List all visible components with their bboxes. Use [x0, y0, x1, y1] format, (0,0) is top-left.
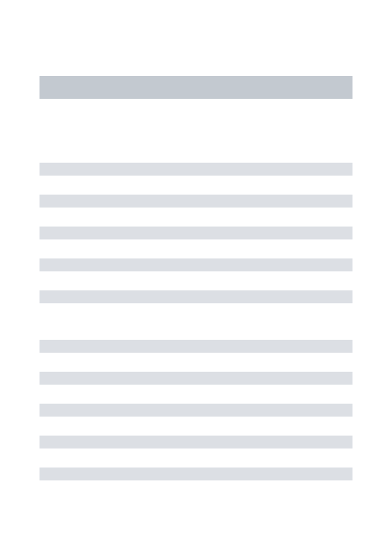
paragraph-placeholder: [40, 163, 352, 303]
text-line-placeholder: [40, 195, 352, 208]
text-line-placeholder: [40, 340, 352, 353]
text-line-placeholder: [40, 163, 352, 176]
text-line-placeholder: [40, 436, 352, 448]
title-placeholder: [40, 76, 352, 99]
text-line-placeholder: [40, 468, 352, 480]
text-line-placeholder: [40, 258, 352, 271]
text-line-placeholder: [40, 227, 352, 239]
paragraph-placeholder: [40, 340, 352, 480]
text-line-placeholder: [40, 404, 352, 417]
text-line-placeholder: [40, 290, 352, 303]
text-line-placeholder: [40, 372, 352, 385]
